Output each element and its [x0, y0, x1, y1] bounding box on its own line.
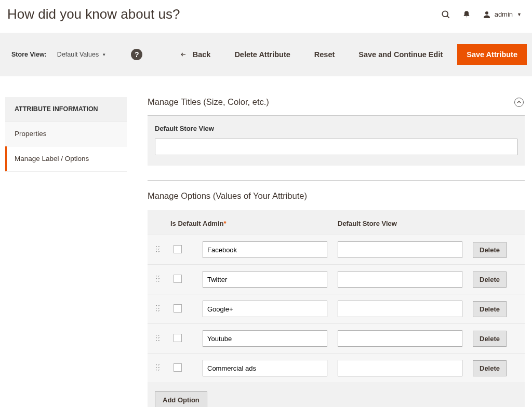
back-label: Back: [193, 50, 211, 59]
chevron-down-icon: ▼: [517, 12, 522, 17]
bell-icon[interactable]: [462, 10, 471, 19]
required-star: *: [223, 220, 226, 227]
main: Manage Titles (Size, Color, etc.) Defaul…: [148, 97, 525, 407]
back-button[interactable]: Back: [170, 45, 220, 64]
delete-option-button[interactable]: Delete: [473, 272, 507, 288]
is-default-checkbox[interactable]: [174, 275, 182, 283]
default-store-view-label: Default Store View: [155, 123, 517, 139]
col-admin: Admin*: [203, 220, 332, 227]
admin-input[interactable]: [203, 360, 327, 376]
save-attribute-button[interactable]: Save Attribute: [457, 44, 527, 65]
is-default-checkbox[interactable]: [174, 245, 182, 253]
manage-titles-header: Manage Titles (Size, Color, etc.): [148, 97, 525, 116]
manage-options-panel: Is Default Admin* Default Store View Del…: [148, 210, 525, 407]
manage-titles-panel: Default Store View: [148, 116, 525, 166]
user-menu[interactable]: admin ▼: [482, 10, 522, 19]
drag-handle-icon[interactable]: [155, 245, 160, 253]
option-row: Delete: [148, 323, 525, 353]
options-header-row: Is Default Admin* Default Store View: [148, 210, 525, 235]
store-input[interactable]: [338, 330, 462, 347]
drag-handle-icon[interactable]: [155, 334, 160, 342]
action-bar: Store View: Default Values ▼ ? Back Dele…: [0, 33, 532, 76]
search-icon[interactable]: [441, 9, 451, 20]
page-title: How did you know about us?: [7, 6, 180, 22]
sidebar-item-properties[interactable]: Properties: [5, 121, 127, 146]
store-view-select[interactable]: Default Values ▼: [52, 51, 111, 58]
sidebar-item-manage-label-options[interactable]: Manage Label / Options: [5, 146, 127, 171]
delete-attribute-button[interactable]: Delete Attribute: [225, 45, 299, 64]
col-default-store-view: Default Store View: [338, 220, 468, 227]
option-row: Delete: [148, 264, 525, 294]
svg-point-0: [442, 11, 448, 17]
store-input[interactable]: [338, 301, 462, 317]
user-label: admin: [495, 10, 513, 18]
user-icon: [482, 10, 491, 19]
delete-option-button[interactable]: Delete: [473, 301, 507, 317]
header-icons: admin ▼: [441, 9, 522, 20]
reset-button[interactable]: Reset: [305, 45, 344, 64]
is-default-checkbox[interactable]: [174, 304, 182, 313]
svg-line-1: [447, 16, 449, 18]
store-input[interactable]: [338, 271, 462, 288]
delete-option-button[interactable]: Delete: [473, 360, 507, 376]
delete-option-button[interactable]: Delete: [473, 242, 507, 258]
drag-handle-icon[interactable]: [155, 304, 160, 313]
drag-handle-icon[interactable]: [155, 275, 160, 283]
admin-input[interactable]: [203, 330, 327, 347]
add-option-button[interactable]: Add Option: [155, 391, 207, 407]
chevron-down-icon: ▼: [102, 52, 106, 57]
is-default-checkbox[interactable]: [174, 363, 182, 372]
default-store-view-input[interactable]: [155, 139, 517, 155]
option-row: Delete: [148, 294, 525, 323]
option-row: Delete: [148, 353, 525, 383]
col-is-default: Is Default: [170, 220, 203, 227]
option-row: Delete: [148, 235, 525, 264]
store-input[interactable]: [338, 241, 462, 258]
admin-input[interactable]: [203, 301, 327, 317]
help-icon[interactable]: ?: [131, 49, 142, 60]
admin-input[interactable]: [203, 271, 327, 288]
delete-option-button[interactable]: Delete: [473, 331, 507, 347]
content: ATTRIBUTE INFORMATION Properties Manage …: [0, 76, 532, 407]
is-default-checkbox[interactable]: [174, 334, 182, 342]
manage-titles-title: Manage Titles (Size, Color, etc.): [148, 97, 269, 107]
save-continue-button[interactable]: Save and Continue Edit: [349, 45, 452, 64]
store-input[interactable]: [338, 360, 462, 376]
top-header: How did you know about us? admin ▼: [0, 0, 532, 33]
admin-input[interactable]: [203, 241, 327, 258]
svg-point-2: [485, 11, 488, 15]
collapse-icon[interactable]: [514, 98, 524, 107]
sidebar-title: ATTRIBUTE INFORMATION: [5, 97, 127, 121]
store-view-value: Default Values: [57, 51, 99, 58]
sidebar: ATTRIBUTE INFORMATION Properties Manage …: [5, 97, 127, 171]
store-view-label: Store View:: [11, 51, 47, 58]
arrow-left-icon: [179, 51, 188, 58]
drag-handle-icon[interactable]: [155, 363, 160, 372]
add-option-row: Add Option: [148, 383, 525, 407]
manage-options-title: Manage Options (Values of Your Attribute…: [148, 181, 525, 210]
